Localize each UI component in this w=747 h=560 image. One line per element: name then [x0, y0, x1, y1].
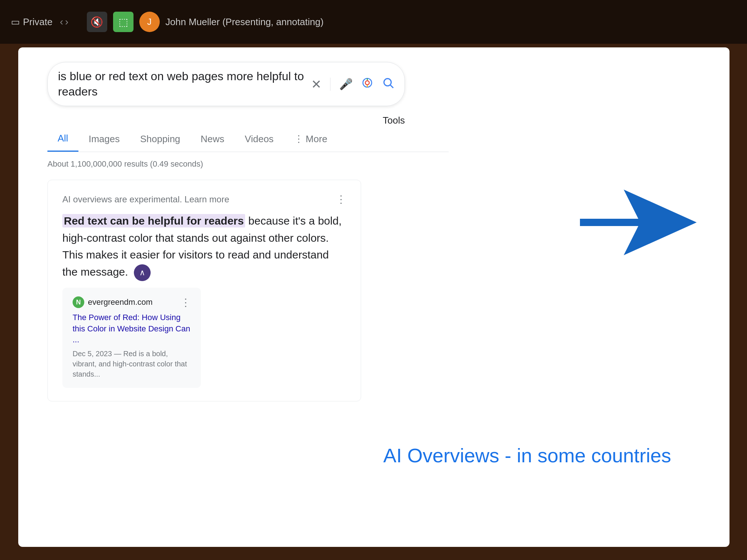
search-bar-icons: ✕ 🎤 — [311, 77, 394, 92]
source-header: N evergreendm.com ⋮ — [73, 296, 191, 308]
ai-overview-label: AI overviews are experimental. Learn mor… — [62, 194, 229, 205]
collapse-button[interactable]: ∧ — [134, 264, 151, 281]
three-dots-icon: ⋮ — [294, 133, 303, 145]
window-icon: ▭ — [11, 16, 20, 28]
mic-icon[interactable]: 🎤 — [339, 78, 353, 90]
source-title[interactable]: The Power of Red: How Using this Color i… — [73, 312, 191, 346]
search-bar[interactable]: is blue or red text on web pages more he… — [47, 62, 405, 106]
lens-icon[interactable] — [361, 77, 373, 91]
screen-share-btn[interactable]: ⬚ — [113, 12, 133, 32]
tab-images[interactable]: Images — [78, 127, 130, 151]
results-count: About 1,100,000,000 results (0.49 second… — [47, 159, 700, 169]
tab-videos[interactable]: Videos — [235, 127, 284, 151]
mute-icon-btn[interactable]: 🔇 — [87, 12, 107, 32]
source-snippet: Dec 5, 2023 — Red is a bold, vibrant, an… — [73, 349, 191, 379]
blue-arrow-annotation — [580, 186, 697, 260]
private-text: Private — [23, 16, 53, 28]
svg-marker-6 — [580, 190, 697, 255]
avatar: J — [139, 12, 160, 32]
chevron-up-icon: ∧ — [139, 267, 145, 279]
clear-icon[interactable]: ✕ — [311, 77, 321, 92]
screen-area: is blue or red text on web pages more he… — [18, 47, 729, 547]
ai-overview-header: AI overviews are experimental. Learn mor… — [62, 193, 346, 205]
source-site: N evergreendm.com — [73, 296, 152, 308]
source-menu-btn[interactable]: ⋮ — [181, 296, 191, 308]
presenter-icons: 🔇 ⬚ J John Mueller (Presenting, annotati… — [87, 12, 324, 32]
more-label: More — [306, 133, 327, 145]
search-container: is blue or red text on web pages more he… — [18, 47, 729, 547]
presenter-name: John Mueller (Presenting, annotating) — [166, 16, 324, 28]
highlighted-text: Red text can be helpful for readers — [62, 214, 245, 228]
source-card: N evergreendm.com ⋮ The Power of Red: Ho… — [62, 288, 201, 388]
back-arrow[interactable]: ‹ — [60, 16, 63, 28]
top-bar: ▭ Private ‹ › 🔇 ⬚ J John Mueller (Presen… — [0, 0, 747, 44]
tab-more[interactable]: ⋮ More — [284, 127, 337, 151]
ai-overview-text: Red text can be helpful for readers beca… — [62, 213, 346, 281]
svg-line-5 — [390, 85, 393, 88]
private-label: ▭ Private — [11, 16, 53, 28]
svg-point-1 — [365, 81, 369, 85]
tools-row: Tools — [47, 115, 405, 126]
tab-news[interactable]: News — [190, 127, 235, 151]
site-favicon: N — [73, 296, 84, 308]
tab-all[interactable]: All — [47, 126, 78, 152]
search-input[interactable]: is blue or red text on web pages more he… — [58, 69, 311, 99]
tab-shopping[interactable]: Shopping — [130, 127, 190, 151]
ai-overview-menu-btn[interactable]: ⋮ — [336, 193, 346, 205]
ai-overview-box: AI overviews are experimental. Learn mor… — [47, 180, 361, 401]
search-icon[interactable] — [382, 77, 394, 92]
tools-button[interactable]: Tools — [383, 115, 405, 126]
divider — [330, 78, 330, 91]
site-name: evergreendm.com — [88, 298, 152, 307]
forward-arrow[interactable]: › — [65, 16, 68, 28]
nav-arrows[interactable]: ‹ › — [60, 16, 69, 28]
tabs-row: All Images Shopping News Videos ⋮ More — [47, 126, 449, 152]
favicon-letter: N — [76, 299, 81, 306]
svg-point-4 — [384, 78, 391, 86]
ai-overviews-caption: AI Overviews - in some countries — [383, 444, 671, 467]
